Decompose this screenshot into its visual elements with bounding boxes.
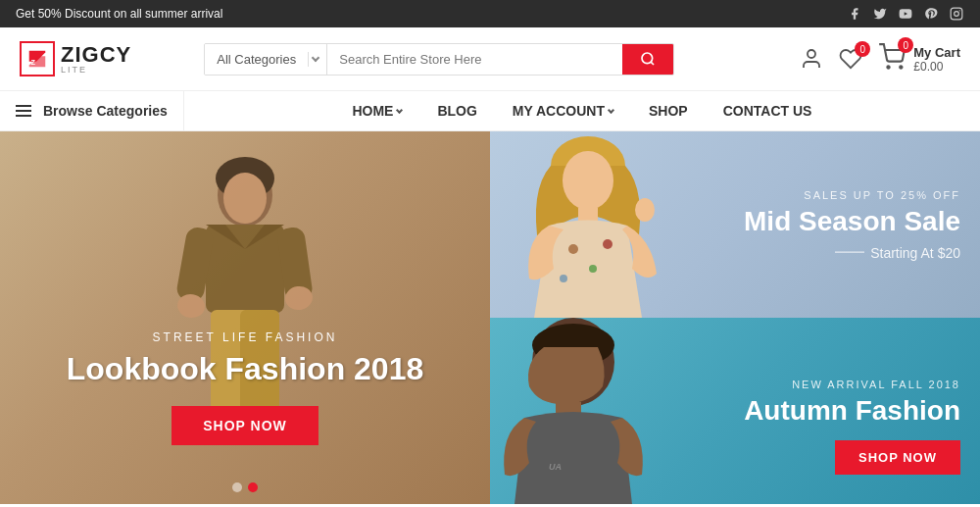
hero-left-title: Lookbook Fashion 2018	[0, 352, 490, 386]
browse-categories-button[interactable]: Browse Categories	[0, 91, 184, 130]
cart-label-area: My Cart £0.00	[913, 45, 960, 74]
svg-point-25	[563, 151, 613, 210]
autumn-cta[interactable]: SHOP NOW	[835, 440, 960, 475]
account-button[interactable]	[800, 47, 823, 71]
facebook-icon[interactable]	[847, 6, 862, 22]
user-icon	[800, 47, 823, 71]
hero-left-content: STREET LIFE FASHION Lookbook Fashion 201…	[0, 330, 490, 445]
slide-dots	[232, 482, 258, 492]
hero-right-top-person	[500, 131, 715, 318]
navbar: Browse Categories HOME BLOG MY ACCOUNT S…	[0, 91, 980, 131]
hero-left-person	[127, 141, 363, 504]
svg-point-12	[223, 173, 267, 224]
myaccount-chevron-icon	[608, 106, 614, 113]
svg-point-8	[888, 66, 890, 68]
nav-menu: HOME BLOG MY ACCOUNT SHOP CONTACT US	[184, 91, 980, 130]
home-chevron-icon	[396, 106, 403, 113]
social-icons	[847, 6, 964, 22]
pinterest-icon[interactable]	[923, 6, 939, 22]
svg-point-3	[959, 10, 960, 11]
browse-categories-label: Browse Categories	[43, 103, 168, 119]
hero-section: STREET LIFE FASHION Lookbook Fashion 201…	[0, 131, 980, 504]
svg-point-27	[568, 244, 578, 254]
svg-point-5	[642, 53, 653, 64]
autumn-title: Autumn Fashion	[744, 396, 960, 427]
svg-text:Z: Z	[31, 58, 36, 67]
svg-text:UA: UA	[549, 462, 562, 472]
nav-item-blog[interactable]: BLOG	[419, 91, 494, 130]
logo-icon: Z	[20, 41, 55, 76]
svg-rect-13	[206, 225, 284, 313]
hero-left-cta[interactable]: SHOP NOW	[172, 406, 318, 445]
logo-main-text: ZIGCY	[61, 44, 131, 66]
cart-badge: 0	[898, 37, 913, 53]
svg-point-30	[560, 275, 567, 282]
cart-button[interactable]: 0 My Cart £0.00	[878, 43, 960, 75]
sale-title: Mid Season Sale	[744, 207, 960, 237]
instagram-icon[interactable]	[949, 6, 964, 22]
logo-sub-text: LITE	[61, 66, 131, 75]
youtube-icon[interactable]	[898, 6, 913, 22]
search-icon	[640, 51, 656, 67]
svg-point-31	[635, 198, 655, 222]
wishlist-badge: 0	[855, 41, 870, 57]
hero-right-panel: SALES UP TO 25% OFF Mid Season Sale Star…	[490, 131, 980, 504]
svg-rect-1	[951, 8, 962, 20]
hamburger-icon	[16, 105, 31, 117]
search-button[interactable]	[622, 44, 673, 75]
category-chevron-icon	[312, 54, 319, 62]
svg-point-2	[955, 12, 959, 17]
svg-point-7	[808, 50, 815, 58]
sale-label: SALES UP TO 25% OFF	[744, 189, 960, 201]
nav-item-myaccount[interactable]: MY ACCOUNT	[495, 91, 631, 130]
promo-text: Get 50% Discount on all summer arrival	[16, 7, 222, 21]
dot-1[interactable]	[232, 482, 242, 492]
top-bar: Get 50% Discount on all summer arrival	[0, 0, 980, 27]
sale-price: Starting At $20	[744, 244, 960, 260]
hero-right-bottom-content: NEW ARRIVAL FALL 2018 Autumn Fashion SHO…	[744, 379, 960, 475]
hero-right-top-content: SALES UP TO 25% OFF Mid Season Sale Star…	[744, 189, 960, 261]
hero-left-subtitle: STREET LIFE FASHION	[0, 330, 490, 344]
svg-point-9	[900, 66, 902, 68]
wishlist-button[interactable]: 0	[839, 47, 862, 71]
category-select[interactable]: All Categories Men Women Accessories Sal…	[205, 52, 309, 67]
search-bar: All Categories Men Women Accessories Sal…	[204, 43, 674, 76]
nav-item-home[interactable]: HOME	[334, 91, 419, 130]
nav-item-shop[interactable]: SHOP	[631, 91, 706, 130]
logo-text: ZIGCY LITE	[61, 44, 131, 75]
hero-left-panel: STREET LIFE FASHION Lookbook Fashion 201…	[0, 131, 490, 504]
header-actions: 0 0 My Cart £0.00	[800, 43, 960, 75]
header: Z ZIGCY LITE All Categories Men Women Ac…	[0, 27, 980, 91]
svg-point-28	[589, 265, 597, 273]
cart-icon-wrapper: 0	[878, 43, 906, 75]
logo[interactable]: Z ZIGCY LITE	[20, 41, 131, 76]
autumn-label: NEW ARRIVAL FALL 2018	[744, 379, 960, 390]
cart-price: £0.00	[913, 60, 960, 74]
svg-line-6	[651, 62, 654, 65]
dot-2[interactable]	[248, 482, 258, 492]
twitter-icon[interactable]	[872, 6, 888, 22]
hero-right-bottom-person: UA	[495, 318, 691, 504]
nav-item-contact[interactable]: CONTACT US	[706, 91, 830, 130]
category-select-wrapper[interactable]: All Categories Men Women Accessories Sal…	[205, 44, 327, 75]
price-line	[835, 252, 864, 253]
search-input[interactable]	[327, 44, 622, 75]
cart-label: My Cart	[913, 45, 960, 60]
hero-right-bottom: UA NEW ARRIVAL FALL 2018 Autumn Fashion …	[490, 318, 980, 504]
svg-point-29	[603, 239, 612, 249]
hero-right-top: SALES UP TO 25% OFF Mid Season Sale Star…	[490, 131, 980, 318]
